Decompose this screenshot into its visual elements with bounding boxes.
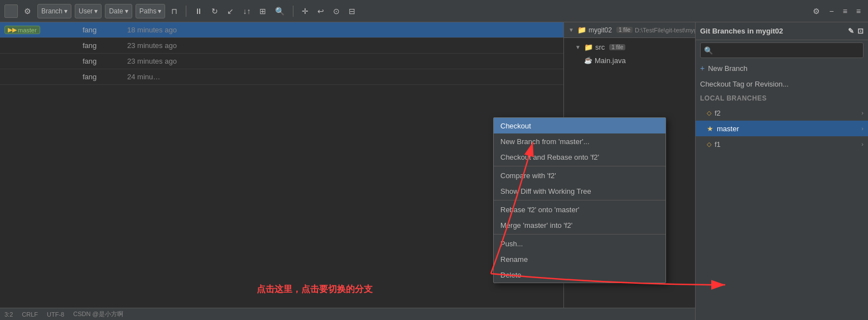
- edit-icon[interactable]: ✎: [848, 27, 854, 35]
- history-icon[interactable]: ⊙: [330, 4, 343, 18]
- chevron-down-icon: ▼: [575, 44, 581, 50]
- new-branch-action[interactable]: + New Branch: [696, 60, 868, 76]
- branch-left: ◇ f2: [707, 109, 721, 117]
- log-row[interactable]: fang 23 minutes ago: [0, 54, 563, 69]
- context-menu: Checkout New Branch from 'master'... Che…: [493, 117, 666, 283]
- minimize-icon[interactable]: −: [826, 4, 836, 18]
- graph-col: ▶▶ master: [4, 26, 83, 34]
- new-branch-label: New Branch: [708, 64, 748, 73]
- top-settings-icon[interactable]: ⚙: [810, 4, 823, 18]
- separator: [494, 166, 666, 166]
- date-col: 18 minutes ago: [127, 26, 205, 34]
- context-menu-item-new-branch[interactable]: New Branch from 'master'...: [494, 133, 666, 149]
- log-row[interactable]: fang 23 minutes ago: [0, 38, 563, 54]
- log-row[interactable]: fang 24 minu…: [0, 69, 563, 85]
- separator-2: [293, 6, 293, 17]
- toolbar-right: ⚙ − ≡ ≡: [810, 4, 864, 18]
- context-menu-item-merge[interactable]: Merge 'master' into 'f2': [494, 217, 666, 233]
- annotation-text: 点击这里，点击要切换的分支: [257, 284, 373, 295]
- branch-item-f2[interactable]: ◇ f2 ›: [696, 105, 868, 121]
- context-menu-item-push[interactable]: Push...: [494, 236, 666, 251]
- branches-header: Git Branches in mygit02 ✎ ⊡: [696, 22, 868, 40]
- search-icon: 🔍: [704, 46, 713, 55]
- date-dropdown[interactable]: Date ▾: [105, 4, 132, 18]
- context-menu-item-delete[interactable]: Delete: [494, 267, 666, 283]
- separator: [494, 234, 666, 235]
- separator-1: [186, 6, 186, 17]
- branches-search-input[interactable]: [715, 46, 860, 54]
- plus-icon: +: [700, 64, 705, 73]
- arrow-add-icon[interactable]: ✛: [299, 4, 311, 18]
- date-col: 23 minutes ago: [127, 41, 205, 50]
- author-col: fang: [83, 57, 127, 65]
- search-icon[interactable]: 🔍: [272, 4, 287, 18]
- date-col: 24 minu…: [127, 73, 205, 81]
- indent-icon[interactable]: ≡: [840, 4, 850, 18]
- branch-dropdown[interactable]: Branch ▾: [37, 4, 71, 18]
- fetch-icon[interactable]: ↙: [224, 4, 237, 18]
- log-row[interactable]: ▶▶ master fang 18 minutes ago: [0, 22, 563, 38]
- settings-icon[interactable]: ⚙: [21, 4, 34, 18]
- author-col: fang: [83, 41, 127, 50]
- branch-name-f2: f2: [715, 109, 721, 117]
- pin-icon[interactable]: ⊓: [168, 4, 180, 18]
- pull-icon[interactable]: ↓↑: [240, 4, 253, 18]
- checkout-tag-action[interactable]: Checkout Tag or Revision...: [696, 76, 868, 92]
- branch-item-master[interactable]: ★ master ›: [696, 121, 868, 136]
- user-dropdown[interactable]: User ▾: [75, 4, 102, 18]
- src-file-count: 1 file: [609, 44, 625, 50]
- cursor-position: 3:2: [4, 311, 13, 318]
- refresh-icon[interactable]: ↻: [209, 4, 221, 18]
- square-button[interactable]: [4, 4, 18, 18]
- branch-left: ★ master: [707, 125, 739, 133]
- csdn-label: CSDN @是小方啊: [73, 310, 123, 318]
- outdent-icon[interactable]: ≡: [853, 4, 864, 18]
- chevron-right-icon: ›: [861, 141, 864, 147]
- folder-icon: 📁: [584, 43, 593, 51]
- branches-search-box[interactable]: 🔍: [700, 42, 864, 58]
- encoding: UTF-8: [47, 311, 64, 318]
- src-label: src: [595, 43, 605, 51]
- context-menu-item-show-diff[interactable]: Show Diff with Working Tree: [494, 183, 666, 199]
- folder-icon: 📁: [577, 26, 586, 34]
- checkout-tag-label: Checkout Tag or Revision...: [700, 80, 789, 88]
- chevron-right-icon: ›: [861, 109, 864, 116]
- paths-dropdown[interactable]: Paths ▾: [136, 4, 166, 18]
- undo-icon[interactable]: ↩: [315, 4, 327, 18]
- branch-name-f1: f1: [715, 140, 721, 149]
- author-col: fang: [83, 73, 127, 81]
- context-menu-item-checkout-rebase[interactable]: Checkout and Rebase onto 'f2': [494, 149, 666, 165]
- file-count-badge: 1 file: [616, 27, 633, 33]
- java-icon: ☕: [584, 56, 592, 64]
- pause-icon[interactable]: ⏸: [192, 4, 205, 18]
- chevron-down-icon: ▼: [568, 27, 574, 33]
- context-menu-item-rename[interactable]: Rename: [494, 251, 666, 267]
- context-menu-item-rebase[interactable]: Rebase 'f2' onto 'master': [494, 202, 666, 217]
- main-toolbar: ⚙ Branch ▾ User ▾ Date ▾ Paths ▾ ⊓ ⏸ ↻ ↙…: [0, 0, 868, 22]
- chevron-right-icon: ›: [861, 125, 864, 132]
- date-col: 23 minutes ago: [127, 57, 205, 65]
- branch-icon[interactable]: ⊟: [346, 4, 358, 18]
- toolbar-left: ⚙ Branch ▾ User ▾ Date ▾ Paths ▾ ⊓ ⏸ ↻ ↙…: [4, 4, 808, 18]
- branch-item-f1[interactable]: ◇ f1 ›: [696, 136, 868, 152]
- line-ending: CRLF: [22, 311, 38, 318]
- branch-tag-icon: ◇: [707, 141, 711, 148]
- branch-name-master: master: [717, 125, 739, 133]
- branch-left: ◇ f1: [707, 140, 721, 149]
- expand-icon[interactable]: ⊡: [857, 27, 864, 35]
- git-log-panel: ▶▶ master fang 18 minutes ago fang 23 mi…: [0, 22, 563, 320]
- git-branches-panel: Git Branches in mygit02 ✎ ⊡ 🔍 + New Bran…: [695, 22, 868, 320]
- repo-name: mygit02: [589, 26, 612, 34]
- branches-title: Git Branches in mygit02: [700, 27, 783, 35]
- branch-tree-icon[interactable]: ⊞: [257, 4, 269, 18]
- context-menu-item-compare[interactable]: Compare with 'f2': [494, 168, 666, 183]
- star-icon: ★: [707, 125, 713, 133]
- main-java-label: Main.java: [595, 56, 626, 65]
- local-branches-header: Local Branches: [696, 92, 868, 105]
- context-menu-item-checkout[interactable]: Checkout: [494, 118, 666, 133]
- branch-tag-icon: ◇: [707, 109, 711, 117]
- branch-tag-master: ▶▶ master: [4, 26, 40, 34]
- author-col: fang: [83, 26, 127, 34]
- separator: [494, 200, 666, 200]
